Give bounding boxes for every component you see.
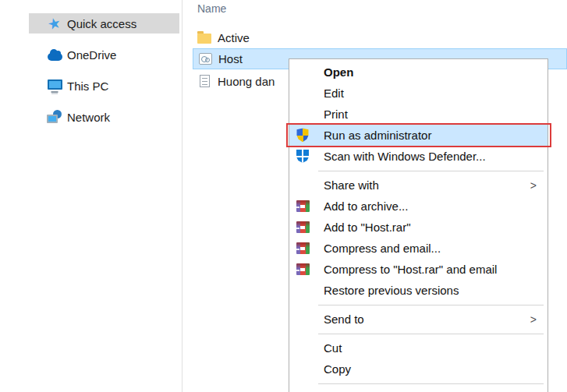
host-file-icon xyxy=(199,53,212,65)
sidebar-item-label: Quick access xyxy=(67,17,136,30)
menu-item-send-to[interactable]: Send to > xyxy=(289,309,548,330)
sidebar: Quick access OneDrive This PC Network xyxy=(0,13,182,138)
sidebar-item-label: Network xyxy=(67,111,110,124)
menu-separator xyxy=(289,167,548,175)
menu-item-label: Restore previous versions xyxy=(324,284,459,297)
sidebar-item-onedrive[interactable]: OneDrive xyxy=(29,44,179,65)
cloud-icon xyxy=(48,53,62,61)
sidebar-item-quick-access[interactable]: Quick access xyxy=(29,13,179,34)
menu-item-cut[interactable]: Cut xyxy=(289,337,548,358)
menu-item-label: Print xyxy=(324,108,348,121)
file-name-label: Host xyxy=(218,52,243,65)
menu-item-compress-to-host-rar-and-email[interactable]: Compress to "Host.rar" and email xyxy=(289,259,548,280)
monitor-icon xyxy=(48,79,62,90)
text-doc-icon xyxy=(200,75,210,87)
file-name-label: Huong dan xyxy=(218,75,275,88)
menu-item-share-with[interactable]: Share with > xyxy=(289,175,548,196)
menu-item-label: Copy xyxy=(324,362,351,376)
menu-item-label: Open xyxy=(324,65,353,79)
menu-separator xyxy=(289,301,548,309)
menu-separator xyxy=(289,330,548,337)
menu-separator xyxy=(289,380,548,387)
sidebar-item-label: OneDrive xyxy=(67,48,116,62)
star-icon xyxy=(46,15,62,33)
sidebar-item-this-pc[interactable]: This PC xyxy=(29,76,179,96)
menu-item-open[interactable]: Open xyxy=(289,62,548,83)
menu-item-scan-with-windows-defender[interactable]: Scan with Windows Defender... xyxy=(289,146,548,167)
uac-shield-icon xyxy=(296,129,310,143)
menu-item-copy[interactable]: Copy xyxy=(289,358,548,380)
menu-item-edit[interactable]: Edit xyxy=(289,83,548,104)
network-icon xyxy=(47,110,62,124)
winrar-icon xyxy=(296,221,310,233)
menu-item-label: Send to xyxy=(324,313,364,326)
defender-icon xyxy=(296,150,309,163)
winrar-icon xyxy=(296,263,310,275)
menu-item-restore-previous-versions[interactable]: Restore previous versions xyxy=(289,280,548,301)
winrar-icon xyxy=(296,242,310,254)
menu-item-label: Edit xyxy=(324,87,344,100)
context-menu: Open Edit Print Run as administrator Sca… xyxy=(289,58,548,392)
menu-item-label: Share with xyxy=(324,178,379,192)
file-row-active[interactable]: Active xyxy=(193,26,567,48)
file-name-label: Active xyxy=(218,31,250,44)
sidebar-item-label: This PC xyxy=(67,79,108,93)
winrar-icon xyxy=(296,200,310,212)
folder-icon xyxy=(197,34,211,44)
sidebar-divider xyxy=(182,0,183,392)
menu-item-label: Run as administrator xyxy=(324,129,431,142)
menu-item-compress-and-email[interactable]: Compress and email... xyxy=(289,238,548,259)
submenu-arrow-icon: > xyxy=(530,179,540,192)
menu-item-add-to-archive[interactable]: Add to archive... xyxy=(289,196,548,217)
menu-item-label: Compress to "Host.rar" and email xyxy=(324,263,497,276)
menu-item-print[interactable]: Print xyxy=(289,104,548,125)
menu-item-label: Scan with Windows Defender... xyxy=(324,150,486,163)
column-header-name[interactable]: Name xyxy=(197,2,226,15)
menu-item-label: Cut xyxy=(324,341,342,355)
sidebar-item-network[interactable]: Network xyxy=(29,107,179,127)
submenu-arrow-icon: > xyxy=(530,313,540,326)
menu-item-label: Add to archive... xyxy=(324,200,408,213)
menu-item-label: Add to "Host.rar" xyxy=(324,221,411,234)
menu-item-run-as-administrator[interactable]: Run as administrator xyxy=(289,125,548,146)
menu-item-add-to-host-rar[interactable]: Add to "Host.rar" xyxy=(289,217,548,238)
menu-item-label: Compress and email... xyxy=(324,242,441,255)
